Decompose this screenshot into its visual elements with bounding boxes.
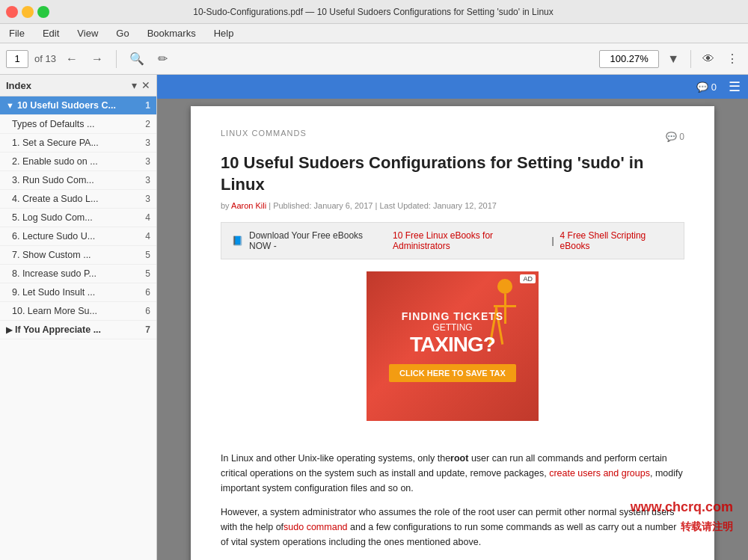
sidebar-item-label: 8. Increase sudo P... — [12, 268, 138, 279]
search-button[interactable]: 🔍 — [126, 49, 148, 68]
comment-area: 💬 0 — [666, 132, 684, 142]
main-area: Index ▾ ✕ ▼ 10 Useful Sudoers C... 1 Typ… — [0, 75, 748, 560]
pdf-byline: by Aaron Kili by Aaron Kili | Published:… — [221, 201, 684, 210]
pencil-button[interactable]: ✏ — [154, 49, 171, 68]
comment-icon: 💬 — [696, 81, 708, 93]
sidebar-item-10[interactable]: 10. Learn More Su... 6 — [0, 302, 156, 321]
pdf-advertisement: AD FINDING TICKETS GETTING — [367, 271, 539, 421]
ad-cta-button[interactable]: CLICK HERE TO SAVE TAX — [389, 364, 516, 382]
hamburger-icon[interactable]: ☰ — [729, 79, 741, 95]
sidebar-item-3[interactable]: 3. Run Sudo Com... 3 — [0, 171, 156, 190]
banner-link-2[interactable]: 4 Free Shell Scripting eBooks — [560, 230, 673, 251]
para-2: However, a system administrator who assu… — [221, 505, 684, 550]
toolbar: of 13 ← → 🔍 ✏ ▼ 👁 ⋮ — [0, 43, 748, 75]
page-input[interactable] — [6, 50, 28, 68]
sidebar-close-button[interactable]: ✕ — [141, 79, 150, 91]
sidebar-item-label: 6. Lecture Sudo U... — [12, 231, 138, 241]
sidebar-item-page: 4 — [141, 231, 150, 241]
ad-text-2: GETTING — [389, 322, 516, 333]
sidebar-item-page: 6 — [141, 287, 150, 298]
sidebar-header: Index ▾ ✕ — [0, 75, 156, 96]
menu-file[interactable]: File — [6, 26, 28, 40]
more-options-button[interactable]: ⋮ — [723, 49, 742, 68]
sidebar-item-label: 9. Let Sudo Insult ... — [12, 287, 138, 298]
sidebar-item-page: 3 — [141, 156, 150, 167]
window-controls — [6, 6, 49, 18]
menu-edit[interactable]: Edit — [40, 26, 62, 40]
sidebar-item-label: 7. Show Custom ... — [12, 250, 138, 260]
pencil-icon: ✏ — [158, 52, 168, 65]
book-icon: 📘 — [232, 236, 243, 246]
banner-text: Download Your Free eBooks NOW - — [249, 230, 387, 251]
view-mode-button[interactable]: 👁 — [699, 50, 718, 68]
sidebar-item-page: 1 — [141, 100, 150, 111]
window-title: 10-Sudo-Configurations.pdf — 10 Useful S… — [49, 7, 697, 17]
sidebar-item-main[interactable]: ▼ 10 Useful Sudoers C... 1 — [0, 96, 156, 115]
para-1: In Linux and other Unix-like operating s… — [221, 451, 684, 496]
comment-count: 💬 0 — [696, 81, 717, 93]
sidebar-item-6[interactable]: 6. Lecture Sudo U... 4 — [0, 227, 156, 246]
sidebar-item-label: 4. Create a Sudo L... — [12, 194, 138, 204]
sidebar-item-9[interactable]: 9. Let Sudo Insult ... 6 — [0, 283, 156, 302]
create-users-link[interactable]: create users and groups — [549, 468, 650, 479]
ad-text-1: FINDING TICKETS — [389, 310, 516, 322]
search-icon: 🔍 — [129, 52, 144, 65]
nav-back-button[interactable]: ← — [62, 50, 82, 68]
sidebar-item-label: Types of Defaults ... — [12, 119, 138, 129]
sidebar-item-5[interactable]: 5. Log Sudo Com... 4 — [0, 209, 156, 227]
sidebar-item-2[interactable]: 2. Enable sudo on ... 3 — [0, 153, 156, 171]
sidebar-list: ▼ 10 Useful Sudoers C... 1 Types of Defa… — [0, 96, 156, 560]
pdf-scroll-area[interactable]: LINUX COMMANDS 💬 0 10 Useful Sudoers Con… — [157, 99, 748, 560]
maximize-button[interactable] — [37, 6, 49, 18]
menu-help[interactable]: Help — [211, 26, 237, 40]
close-button[interactable] — [6, 6, 18, 18]
sidebar-item-page: 2 — [141, 119, 150, 129]
page-total: of 13 — [34, 53, 56, 64]
sidebar-item-label: 5. Log Sudo Com... — [12, 212, 138, 223]
menu-bookmarks[interactable]: Bookmarks — [144, 26, 199, 40]
menubar: File Edit View Go Bookmarks Help — [0, 24, 748, 43]
sidebar-controls: ▾ ✕ — [132, 79, 150, 91]
nav-forward-button[interactable]: → — [88, 50, 107, 68]
sidebar-item-8[interactable]: 8. Increase sudo P... 5 — [0, 265, 156, 283]
pdf-page: LINUX COMMANDS 💬 0 10 Useful Sudoers Con… — [191, 106, 714, 560]
sudo-command-link[interactable]: sudo command — [283, 522, 347, 532]
sidebar-item-types[interactable]: Types of Defaults ... 2 — [0, 115, 156, 134]
sidebar-item-label: If You Appreciate ... — [15, 324, 138, 335]
zoom-dropdown-button[interactable]: ▼ — [663, 50, 683, 68]
menu-view[interactable]: View — [74, 26, 101, 40]
comment-number: 0 — [711, 81, 717, 93]
sidebar-item-page: 3 — [141, 138, 150, 148]
pdf-main-title: 10 Useful Sudoers Configurations for Set… — [221, 153, 684, 195]
ad-text-3: TAXING? — [389, 333, 516, 357]
banner-sep: | — [551, 236, 554, 246]
sidebar-item-page: 3 — [141, 175, 150, 185]
sidebar-item-page: 5 — [141, 250, 150, 260]
watermark-notice: 转载请注明 — [681, 520, 733, 534]
sidebar-item-page: 4 — [141, 212, 150, 223]
zoom-input[interactable] — [599, 50, 659, 68]
sidebar-item-label: 10. Learn More Su... — [12, 306, 138, 316]
sidebar-item-page: 3 — [141, 194, 150, 204]
sidebar-item-page: 7 — [141, 324, 150, 335]
watermark-url: www.chcrq.com — [631, 499, 733, 515]
pdf-ebook-banner: 📘 Download Your Free eBooks NOW - 10 Fre… — [221, 222, 684, 259]
sidebar-item-page: 5 — [141, 268, 150, 279]
pdf-right: 💬 0 ☰ LINUX COMMANDS 💬 0 10 Useful Sudoe… — [157, 75, 748, 560]
sidebar-item-label: 2. Enable sudo on ... — [12, 156, 138, 167]
titlebar: 10-Sudo-Configurations.pdf — 10 Useful S… — [0, 0, 748, 24]
sidebar-item-4[interactable]: 4. Create a Sudo L... 3 — [0, 190, 156, 209]
minimize-button[interactable] — [22, 6, 34, 18]
author-link[interactable]: Aaron Kili — [231, 201, 266, 210]
sidebar: Index ▾ ✕ ▼ 10 Useful Sudoers C... 1 Typ… — [0, 75, 157, 560]
sidebar-arrow-icon-2: ▶ — [6, 325, 12, 335]
menu-go[interactable]: Go — [113, 26, 132, 40]
sidebar-item-label: 1. Set a Secure PA... — [12, 138, 138, 148]
toolbar-separator-2 — [690, 50, 691, 68]
sidebar-item-appreciate[interactable]: ▶ If You Appreciate ... 7 — [0, 321, 156, 339]
sidebar-collapse-button[interactable]: ▾ — [132, 79, 137, 91]
sidebar-item-1[interactable]: 1. Set a Secure PA... 3 — [0, 134, 156, 153]
section-label: LINUX COMMANDS — [221, 129, 307, 138]
sidebar-item-7[interactable]: 7. Show Custom ... 5 — [0, 246, 156, 265]
banner-link-1[interactable]: 10 Free Linux eBooks for Administrators — [393, 230, 545, 251]
